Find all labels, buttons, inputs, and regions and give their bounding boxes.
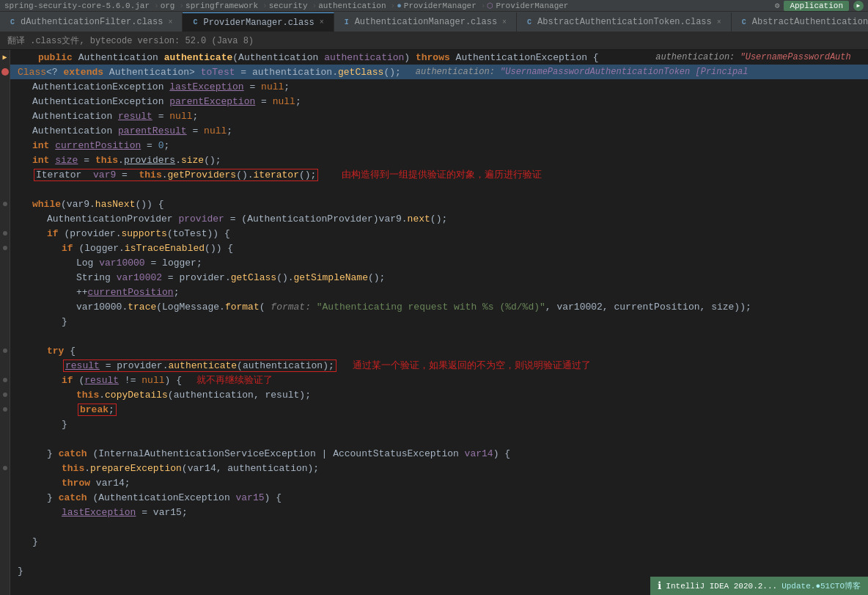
code-line-blank2 (10, 329, 868, 343)
run-button[interactable]: ▶ (853, 1, 864, 11)
strip-line-31 (0, 490, 10, 505)
code-line-4: AuthenticationException parentException … (10, 94, 868, 109)
strip-line-37 (0, 578, 10, 593)
strip-line-24 (0, 387, 10, 402)
breadcrumb-authentication[interactable]: authentication (318, 1, 386, 10)
breadcrumb-jar[interactable]: spring-security-core-5.6.0.jar (4, 1, 150, 10)
strip-line-18 (0, 299, 10, 314)
code-line-8: int size = this.providers.size(); (10, 153, 868, 167)
settings-icon: ⚙ (775, 1, 780, 10)
strip-line-2 (0, 65, 10, 79)
strip-line-20 (0, 329, 10, 343)
code-line-11: while(var9.hasNext()) { (10, 197, 868, 211)
code-line-1: public Authentication authenticate(Authe… (10, 50, 868, 65)
code-line-32: lastException = var15; (10, 505, 868, 519)
left-strip: ▶ (0, 50, 10, 595)
strip-line-30 (0, 475, 10, 490)
strip-line-26 (0, 417, 10, 431)
breakpoint-circle-2 (1, 68, 9, 76)
code-line-6: Authentication parentResult = null; (10, 123, 868, 138)
breadcrumb-org[interactable]: org (161, 1, 175, 10)
top-bar: spring-security-core-5.6.0.jar › org › s… (0, 0, 868, 12)
code-line-blank3 (10, 431, 868, 446)
tab-abstractprocessingfilter[interactable]: C AbstractAuthenticationProcessingFilter… (732, 12, 868, 32)
tab-providermanager[interactable]: C ProviderManager.class × (183, 12, 334, 32)
file-info-text: 翻译 .class文件, bytecode version: 52.0 (Jav… (7, 34, 254, 47)
tab-icon-4: C (524, 17, 534, 27)
strip-line-14 (0, 241, 10, 255)
breadcrumb-providermanager1[interactable]: ● ProviderManager (397, 1, 477, 10)
code-line-12: AuthenticationProvider provider = (Authe… (10, 211, 868, 226)
code-line-13: if (provider.supports(toTest)) { (10, 226, 868, 241)
strip-line-34 (0, 534, 10, 549)
code-line-18: var10000.trace(LogMessage.format( format… (10, 299, 868, 314)
breadcrumb-security[interactable]: security (269, 1, 308, 10)
annotation-provider-auth2: 就不再继续验证了 (196, 373, 273, 387)
annotation-provider-auth1: 通过某一个验证，如果返回的不为空，则说明验证通过了 (353, 359, 591, 372)
tab-authenticationmanager[interactable]: I AuthenticationManager.class × (334, 12, 517, 32)
code-area[interactable]: public Authentication authenticate(Authe… (10, 50, 868, 595)
bottom-notification[interactable]: ℹ IntelliJ IDEA 2020.2... Update.●51CTO博… (650, 577, 868, 595)
code-line-17: ++currentPosition; (10, 285, 868, 299)
code-line-blank4 (10, 519, 868, 534)
tab-close-2[interactable]: × (317, 18, 326, 27)
code-line-24: this.copyDetails(authentication, result)… (10, 387, 868, 402)
code-line-5: Authentication result = null; (10, 109, 868, 123)
strip-line-23 (0, 373, 10, 387)
tabs-bar: C dAuthenticationFilter.class × C Provid… (0, 12, 868, 32)
top-bar-right: ⚙ Application ▶ (775, 1, 864, 11)
strip-line-21 (0, 343, 10, 358)
strip-line-10 (0, 182, 10, 197)
code-line-blank1 (10, 182, 868, 197)
strip-line-29 (0, 461, 10, 475)
strip-line-17 (0, 285, 10, 299)
code-line-26: } (10, 417, 868, 431)
application-button[interactable]: Application (784, 1, 849, 11)
strip-line-9 (0, 167, 10, 182)
strip-line-36 (0, 563, 10, 578)
code-line-25: break; (10, 402, 868, 417)
code-line-22: result = provider.authenticate(authentic… (10, 358, 868, 373)
debug-arrow-1: ▶ (2, 53, 7, 62)
strip-line-6 (0, 123, 10, 138)
strip-line-27 (0, 431, 10, 446)
code-line-30: throw var14; (10, 475, 868, 490)
annotation-iterator: 由构造得到一组提供验证的对象，遍历进行验证 (342, 168, 542, 181)
code-line-blank5 (10, 549, 868, 563)
code-line-31: } catch (AuthenticationException var15) … (10, 490, 868, 505)
tab-label-5: AbstractAuthenticationProcessingFilter.c… (752, 17, 868, 27)
strip-line-5 (0, 109, 10, 123)
strip-line-7 (0, 138, 10, 153)
code-line-28: } catch (InternalAuthenticationServiceEx… (10, 446, 868, 461)
break-red-box: break; (78, 404, 117, 416)
tab-close-3[interactable]: × (500, 18, 509, 26)
tab-abstractauthtoken[interactable]: C AbstractAuthenticationToken.class × (517, 12, 732, 32)
tab-dauthenticationfilter[interactable]: C dAuthenticationFilter.class × (0, 12, 183, 32)
strip-line-32 (0, 505, 10, 519)
code-line-9: Iterator var9 = this.getProviders().iter… (10, 167, 868, 182)
iterator-red-box: Iterator var9 = this.getProviders().iter… (34, 169, 318, 181)
strip-line-22 (0, 358, 10, 373)
strip-line-13 (0, 226, 10, 241)
strip-line-4 (0, 94, 10, 109)
code-line-36: } (10, 563, 868, 578)
provider-authenticate-red-box: result = provider.authenticate(authentic… (63, 359, 336, 372)
strip-line-15 (0, 255, 10, 270)
breadcrumb-providermanager2[interactable]: ⬡ ProviderManager (487, 1, 568, 10)
tab-icon-1: C (7, 17, 18, 27)
notif-subtext: Update.●51CTO博客 (781, 580, 861, 591)
code-line-2: Class<? extends Authentication> toTest =… (10, 65, 868, 79)
strip-line-35 (0, 549, 10, 563)
code-line-14: if (logger.isTraceEnabled()) { (10, 241, 868, 255)
strip-line-28 (0, 446, 10, 461)
tab-close-1[interactable]: × (166, 18, 174, 26)
strip-line-11 (0, 197, 10, 211)
strip-line-33 (0, 519, 10, 534)
code-line-7: int currentPosition = 0; (10, 138, 868, 153)
strip-line-12 (0, 211, 10, 226)
tab-label-2: ProviderManager.class (203, 18, 314, 28)
tab-close-4[interactable]: × (715, 18, 724, 26)
breadcrumb-springframework[interactable]: springframework (185, 1, 258, 10)
code-line-16: String var10002 = provider.getClass().ge… (10, 270, 868, 285)
strip-line-3 (0, 79, 10, 94)
